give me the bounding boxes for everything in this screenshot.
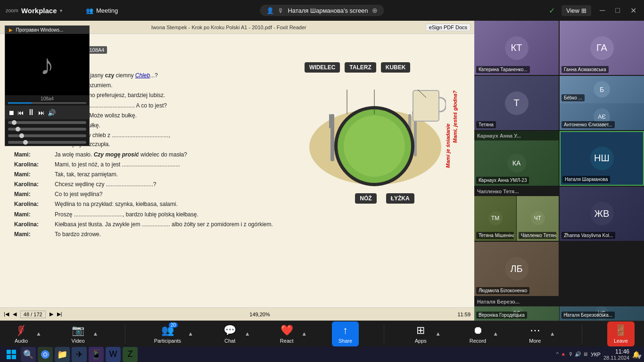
minimize-button[interactable]: ─: [598, 6, 607, 15]
karnaukh-section-label: Карнаух Анна У...: [474, 131, 559, 140]
esign-label[interactable]: eSign PDF Docs: [426, 24, 471, 31]
media-player-controls[interactable]: ⏹ ⏮ ⏸ ⏭ 🔊: [5, 106, 89, 119]
taskbar-explorer-icon[interactable]: 📁: [55, 347, 70, 362]
avatar-hanna: ГА: [590, 36, 614, 60]
start-button[interactable]: [4, 347, 19, 362]
dialog-speaker-9: Mami:: [14, 170, 52, 179]
taskbar-word-icon[interactable]: W: [106, 347, 121, 362]
bebko-antonenko-group: Б Бébко ... АЄ Антоненко Єлизавет...: [560, 76, 644, 130]
windows-taskbar: 🔍 📁 ✈ 📱 W Z ^ 🔺 🎙 🔊 🖥 УКР 11:46 28.11.20…: [0, 346, 644, 362]
shield-icon: ✓: [549, 6, 555, 15]
more-chevron-button[interactable]: ▲: [548, 329, 557, 339]
dialog-speaker-15: Mami:: [14, 230, 52, 239]
record-group: ⏺ Record ▲: [466, 322, 500, 346]
participant-tile-hanna: ГА Ганна Асмаковська: [560, 21, 644, 75]
leave-icon: 🚪: [614, 324, 627, 337]
logo-area: zoom Workplace ▾: [6, 7, 81, 15]
more-icon: ⋯: [530, 324, 540, 337]
camera-icon: 📷: [72, 324, 84, 337]
window-controls: ✓ View ⊞ ─ □ ✕: [549, 5, 638, 16]
record-chevron-button[interactable]: ▲: [491, 329, 500, 339]
react-button[interactable]: ❤️ React: [275, 322, 298, 346]
dialog-text-14: Kiełbasa jest tłusta. Ja zwykle jem ....…: [55, 220, 460, 229]
react-group: ❤️ React ▲: [275, 322, 309, 346]
dialog-speaker-12: Karolina:: [14, 200, 52, 209]
play-pause-button[interactable]: ⏸: [27, 107, 35, 117]
taskbar-telegram-icon[interactable]: ✈: [72, 347, 87, 362]
dialog-speaker-11: Mami:: [14, 190, 52, 199]
name-belokon: Людмила Білоконенко: [476, 287, 529, 294]
track-label: 108a4: [8, 96, 86, 101]
talerz-label: TALERZ: [345, 62, 376, 73]
progress-bar: [8, 102, 32, 104]
dialog-speaker-13: Mami:: [14, 210, 52, 219]
windows-logo-icon: [7, 350, 16, 359]
apps-chevron-button[interactable]: ▲: [433, 329, 443, 339]
system-tray: ^ 🔺 🎙 🔊 🖥: [556, 351, 588, 357]
chevron-up-participants-icon: ▲: [188, 330, 193, 337]
participants-chevron-button[interactable]: ▲: [186, 329, 195, 339]
chat-button[interactable]: 💬 Chat: [218, 322, 242, 346]
pdf-bottom-bar[interactable]: |◀ ◀ 48 / 172 ▶ ▶| 149,20% 11:59: [0, 307, 474, 321]
name-karnaukh: Карнаух Анна УМЛ-23: [476, 177, 529, 184]
view-button[interactable]: View ⊞: [561, 5, 591, 16]
lyzka-label: ŁYŻKA: [386, 193, 414, 204]
media-player-content: ♪: [5, 34, 89, 95]
pdf-filename: Iwona Stempek - Krok po Kroku Polski A1 …: [35, 25, 423, 30]
taskbar-zoom-icon[interactable]: Z: [123, 347, 138, 362]
karnaukh-section: Карнаух Анна У... КА 🎤 Карнаух Анна УМЛ-…: [474, 131, 559, 185]
participant-tile-karnaukh: КА 🎤 Карнаух Анна УМЛ-23: [474, 140, 559, 185]
progress-bar-bg: [8, 102, 86, 104]
dialog-speaker-10: Karolina:: [14, 180, 52, 189]
apps-button[interactable]: ⊞ Apps: [409, 322, 432, 346]
audio-button[interactable]: 🎙 ╱ Audio: [9, 322, 33, 346]
next-page-icon[interactable]: ▶: [50, 311, 53, 317]
taskbar-search-icon[interactable]: 🔍: [21, 347, 36, 362]
video-chevron-button[interactable]: ▲: [91, 329, 100, 339]
participant-tile-mishenna: ТМ 🎤 Тетяна Мішеніна: [474, 196, 516, 241]
side-text-2: Mami je śniadanie: [445, 123, 451, 168]
last-page-icon[interactable]: ▶|: [57, 311, 62, 317]
meeting-button[interactable]: 👥 Meeting: [86, 7, 118, 14]
name-hanna: Ганна Асмаковська: [561, 66, 609, 73]
time-display: 11:59: [457, 312, 471, 317]
time: 11:46: [603, 348, 629, 355]
close-button[interactable]: ✕: [628, 6, 638, 15]
mic-off-icon: 🎙 ╱: [16, 324, 26, 337]
participant-tile-kateryna: КТ 🎤 Катерина Тараненко...: [474, 21, 559, 75]
record-button[interactable]: ⏺ Record: [466, 322, 490, 346]
chat-icon: 💬: [223, 324, 236, 337]
apps-group: ⊞ Apps ▲: [409, 322, 443, 346]
stop-button[interactable]: ⏹: [8, 109, 15, 116]
name-kateryna: Катерина Тараненко...: [476, 66, 530, 73]
participants-button[interactable]: 👥 20 Participants: [150, 322, 185, 346]
name-zhanna: Zhanna Vasylivna Kol...: [561, 232, 615, 239]
first-page-icon[interactable]: |◀: [4, 311, 9, 317]
leave-button[interactable]: 🚪 Leave: [607, 321, 635, 346]
table-setting-svg: [305, 76, 446, 189]
screen-share-area: ▶ Програвач Windows... ♪ 108a4 ⏹ ⏮ ⏸ ⏭ 🔊: [0, 21, 474, 321]
more-icon[interactable]: ⊕: [372, 7, 378, 14]
page-info: 48 / 172: [20, 311, 46, 318]
pdf-food-image: WIDELEC TALERZ KUBEK: [305, 62, 465, 204]
prev-button[interactable]: ⏮: [17, 109, 24, 116]
share-icon: ↑: [343, 324, 348, 337]
scroll-down-icon[interactable]: ▼: [636, 353, 643, 361]
volume-button[interactable]: 🔊: [48, 109, 56, 116]
taskbar-viber-icon[interactable]: 📱: [89, 347, 104, 362]
react-chevron-button[interactable]: ▲: [299, 329, 309, 339]
chat-chevron-button[interactable]: ▲: [243, 329, 252, 339]
taskbar-chrome-icon[interactable]: [38, 347, 53, 362]
next-button[interactable]: ⏭: [38, 109, 45, 116]
more-group: ⋯ More ▲: [523, 322, 557, 346]
chevron-down-icon[interactable]: ▾: [60, 8, 62, 13]
more-button[interactable]: ⋯ More: [523, 322, 547, 346]
share-button[interactable]: ↑ Share: [332, 321, 359, 346]
audio-chevron-button[interactable]: ▲: [34, 329, 43, 339]
person-icon: 👤: [266, 7, 274, 14]
maximize-button[interactable]: □: [613, 6, 622, 15]
berez-section-label: Наталя Березо...: [474, 297, 644, 306]
video-button[interactable]: 📷 Video: [66, 322, 90, 346]
topbar: zoom Workplace ▾ 👥 Meeting 👤 🎙 Наталя Ша…: [0, 0, 644, 21]
prev-page-icon[interactable]: ◀: [13, 311, 17, 317]
